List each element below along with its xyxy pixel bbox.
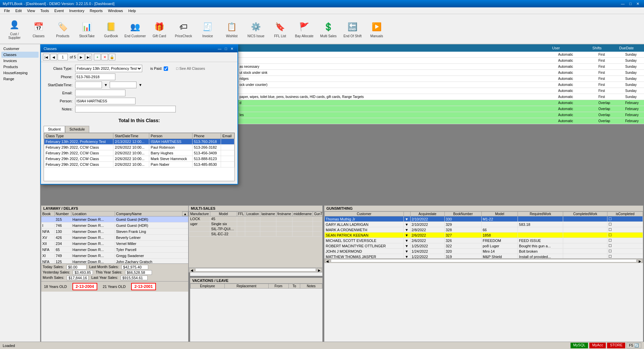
nav-first-button[interactable]: |◀ (43, 54, 50, 60)
start-time-input[interactable] (110, 82, 137, 88)
sidebar-item-invoices[interactable]: Invoices (1, 58, 39, 64)
tab-student[interactable]: Student (44, 126, 65, 133)
start-date-input[interactable] (75, 82, 102, 88)
sidebar-item-housekeeping[interactable]: HouseKeeping (1, 70, 39, 76)
multi-scroll-left[interactable]: ◀ (189, 268, 195, 272)
status-badge-mysql: MySQL (571, 343, 588, 348)
age18-value: 2-13-2004 (72, 283, 98, 290)
close-button[interactable]: ✕ (634, 1, 641, 7)
list-item[interactable]: XI 749 Hammer Down R... Gregg Swadener (41, 253, 188, 259)
nav-last-button[interactable]: ▶| (85, 54, 92, 60)
sidebar-item-customer[interactable]: Customer (1, 46, 39, 52)
pricecheck-label: PriceCheck (175, 34, 192, 38)
table-row[interactable]: LOCK 45 (189, 216, 323, 221)
table-row[interactable]: February 29th 2022, CCW Class 2/26/2022 … (44, 150, 234, 156)
nav-next-button[interactable]: ▶ (78, 54, 85, 60)
menu-view[interactable]: View (24, 8, 38, 13)
layaway-table-header: Book Number Location CompanyName ▲ (41, 211, 188, 216)
minimize-button[interactable]: — (619, 1, 627, 7)
toolbar-manuals[interactable]: ▶️ Manuals (365, 15, 388, 42)
list-item[interactable]: XV 426 Hammer Down R... Beverly Leitner (41, 235, 188, 241)
table-row[interactable]: SIL-TP-QUICKIE-... (189, 227, 323, 232)
col-email: Email (221, 133, 234, 139)
layaway-title: LAYAWAY / DELAYS (41, 206, 188, 211)
dialog-maximize-button[interactable]: □ (223, 47, 228, 51)
toolbar-gunbook[interactable]: 📒 GunBook (99, 15, 123, 42)
toolbar-nics-issue[interactable]: ⚙️ NICS Issue (244, 15, 268, 42)
toolbar-bay-allocate[interactable]: 🚩 Bay Allocate (292, 15, 316, 42)
dialog-minimize-button[interactable]: — (216, 47, 223, 51)
table-row[interactable]: MICHAEL SCOTT EVERSOLE ▼ 2/6/2022 326 FR… (325, 238, 643, 243)
last-year-label: Last Year Sales: (91, 276, 118, 280)
sidebar-item-products[interactable]: Products (1, 64, 39, 70)
nav-prev-button[interactable]: ◀ (50, 54, 57, 60)
multi-sales-table-container: Manufacture Model FFL Location lastname … (189, 211, 322, 267)
table-row[interactable]: JOHN J MOERMOND ▼ 1/24/2022 320 Mini-14 … (325, 249, 643, 254)
col-phone: Phone (192, 133, 221, 139)
is-paid-checkbox[interactable] (164, 66, 168, 71)
table-row[interactable]: ROBERT MACINTYRE OTTLINGER ▼ 1/25/2022 3… (325, 243, 643, 249)
notes-row: Notes: (44, 106, 235, 112)
table-row[interactable]: MATTHEW THOMAS JASPER ▼ 1/22/2022 319 M&… (325, 254, 643, 259)
menu-edit[interactable]: Edit (13, 8, 24, 13)
phone-input[interactable] (75, 73, 115, 80)
table-row[interactable]: February 29th 2022, CCW Class 2/26/2022 … (44, 145, 234, 150)
menu-help[interactable]: Help (126, 8, 139, 13)
sidebar-item-classes[interactable]: Classes (1, 52, 39, 58)
menu-reports[interactable]: Reports (87, 8, 105, 13)
menu-inventory[interactable]: Inventory (66, 8, 87, 13)
maximize-button[interactable]: □ (627, 1, 634, 7)
gunsmith-scroll-left[interactable]: ◀ (325, 259, 330, 263)
list-item[interactable]: 315 Hammer Down R... Guest Guest (HDR) (41, 216, 188, 222)
toolbar-gift-card[interactable]: 🎁 Gift Card (148, 15, 171, 42)
nav-lock-button[interactable]: 🔒 (109, 54, 115, 60)
notes-input[interactable] (75, 106, 176, 112)
toolbar-multi-sales[interactable]: 💲 Multi Sales (317, 15, 340, 42)
table-row[interactable]: SEAN PATRICK KEENAN ▼ 2/6/2022 327 1858 … (325, 233, 643, 238)
gunsmith-scrollbar[interactable] (331, 259, 637, 262)
table-row[interactable]: February 29th 2022, CCW Class 2/26/2022 … (44, 162, 234, 167)
toolbar-end-of-shift[interactable]: 🔚 End Of Shift (341, 15, 364, 42)
table-row[interactable]: MARK A CRONENWETH ▼ 2/8/2022 328 66 ☐ (325, 227, 643, 233)
table-row[interactable]: February 29th 2022, CCW Class 2/26/2022 … (44, 156, 234, 162)
menu-event[interactable]: Event (52, 8, 66, 13)
toolbar-invoice[interactable]: 🧾 Invoice (196, 15, 219, 42)
menu-file[interactable]: File (1, 8, 13, 13)
table-row[interactable]: Thomas Muthig Jr ▼ 2/10/2022 330 M1-22 ☐ (325, 216, 643, 222)
nav-current-input[interactable] (58, 54, 68, 60)
toolbar-end-customer[interactable]: 👥 End Customer (123, 15, 147, 42)
tab-schedule[interactable]: Schedule (65, 126, 89, 133)
dialog-close-button[interactable]: ✕ (229, 47, 235, 51)
multi-scroll-right[interactable]: ▶ (317, 268, 322, 272)
toolbar-products[interactable]: 🏷️ Products (51, 15, 74, 42)
menu-bar: File Edit View Tools Event Inventory Rep… (0, 7, 644, 14)
toolbar-stocktake[interactable]: 📊 StockTake (75, 15, 99, 42)
list-item[interactable]: I 746 Hammer Down R... Guest Guest (HDR) (41, 222, 188, 229)
table-row[interactable]: February 13th 2022, Proficiency Test 2/1… (44, 139, 234, 145)
table-row[interactable]: SIL-EC-22 (189, 232, 323, 237)
nav-add-button[interactable]: + (94, 54, 101, 60)
toolbar-ffl-list[interactable]: 🔖 FFL List (268, 15, 292, 42)
toolbar-classes[interactable]: 📅 Classes (27, 15, 50, 42)
menu-tools[interactable]: Tools (38, 8, 52, 13)
list-item[interactable]: NFA 130 Hammer Down R... Steven Frank Li… (41, 229, 188, 235)
layaway-scroll-up[interactable]: ▲ (182, 211, 188, 216)
sidebar-item-range[interactable]: Range (1, 76, 39, 82)
class-type-select[interactable]: February 13th 2022, Proficiency Test (75, 65, 142, 72)
list-item[interactable]: XII 234 Hammer Down R... Vernel Miller (41, 241, 188, 247)
multi-scrollbar[interactable] (195, 268, 316, 271)
status-badges: MySQL MyAcc STORE F5 🔄 (571, 343, 641, 348)
person-input[interactable] (75, 98, 136, 104)
table-row[interactable]: GARY ALLAN LADRIGAN ▼ 2/10/2022 329 583.… (325, 222, 643, 227)
nav-delete-button[interactable]: ✕ (101, 54, 108, 60)
toolbar-pricecheck[interactable]: 🏷 PriceCheck (172, 15, 195, 42)
f5-button[interactable]: F5 🔄 (627, 343, 641, 348)
toolbar-cust-supplier[interactable]: 👤 Cust / Supplier (3, 15, 26, 42)
menu-windows[interactable]: Windows (105, 8, 126, 13)
table-row[interactable]: uger Single six (189, 221, 323, 227)
gunsmith-scroll-right[interactable]: ▶ (637, 259, 643, 263)
toolbar-wishlist[interactable]: 📋 Wishlist (220, 15, 244, 42)
email-input[interactable] (75, 90, 125, 96)
list-item[interactable]: NFA 125 Hammer Down R... John Zachary Gr… (41, 259, 188, 263)
list-item[interactable]: NFA 65 Hammer Down R... Tyler Parcell (41, 247, 188, 253)
